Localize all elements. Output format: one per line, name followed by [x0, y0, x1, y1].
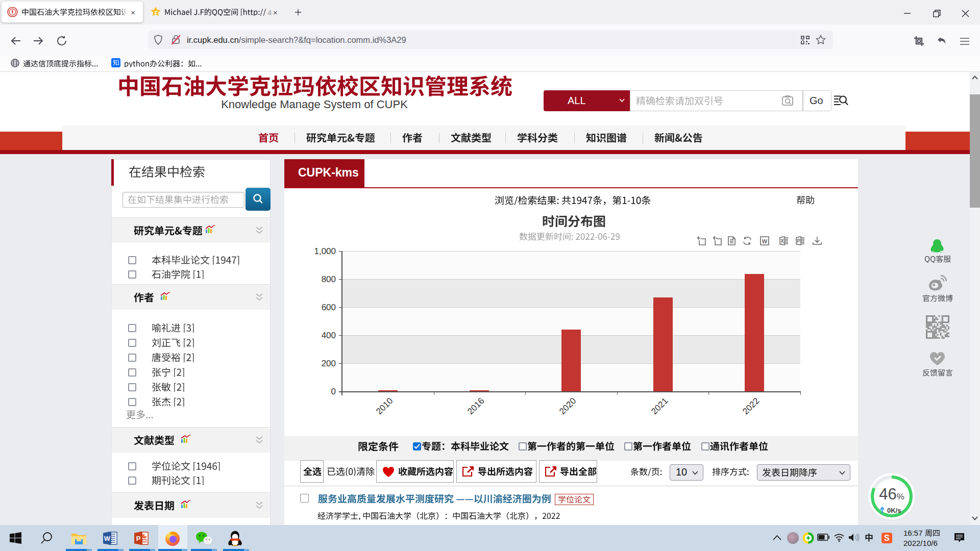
svg-text:W: W: [104, 535, 111, 542]
svg-text:P: P: [136, 535, 141, 542]
svg-text:X: X: [780, 238, 784, 244]
svg-text:P: P: [797, 238, 800, 244]
svg-text:W: W: [762, 238, 768, 244]
